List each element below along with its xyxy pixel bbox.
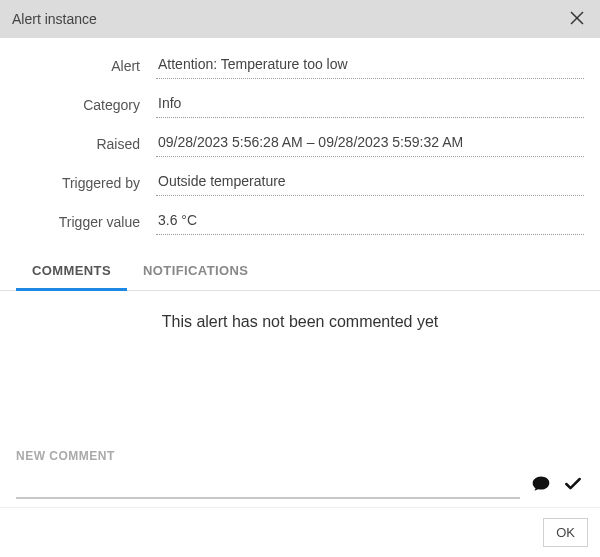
alert-instance-dialog: Alert instance Alert Attention: Temperat… — [0, 0, 600, 557]
check-icon[interactable] — [562, 474, 584, 494]
field-triggered-by-label: Triggered by — [16, 175, 156, 191]
field-alert-value: Attention: Temperature too low — [156, 52, 584, 79]
new-comment-section: NEW COMMENT — [0, 449, 600, 507]
close-icon[interactable] — [566, 6, 588, 32]
dialog-footer: OK — [0, 507, 600, 557]
field-trigger-value-label: Trigger value — [16, 214, 156, 230]
field-raised: Raised 09/28/2023 5:56:28 AM – 09/28/202… — [16, 130, 584, 157]
field-category-label: Category — [16, 97, 156, 113]
comments-panel: This alert has not been commented yet — [0, 291, 600, 449]
dialog-title: Alert instance — [12, 11, 97, 27]
field-category: Category Info — [16, 91, 584, 118]
new-comment-input[interactable] — [16, 469, 520, 499]
ok-button[interactable]: OK — [543, 518, 588, 547]
field-raised-value: 09/28/2023 5:56:28 AM – 09/28/2023 5:59:… — [156, 130, 584, 157]
field-triggered-by-value: Outside temperature — [156, 169, 584, 196]
tabs: COMMENTS NOTIFICATIONS — [0, 253, 600, 291]
field-triggered-by: Triggered by Outside temperature — [16, 169, 584, 196]
field-alert-label: Alert — [16, 58, 156, 74]
details-section: Alert Attention: Temperature too low Cat… — [0, 38, 600, 253]
field-category-value: Info — [156, 91, 584, 118]
field-raised-label: Raised — [16, 136, 156, 152]
field-alert: Alert Attention: Temperature too low — [16, 52, 584, 79]
titlebar: Alert instance — [0, 0, 600, 38]
field-trigger-value-value: 3.6 °C — [156, 208, 584, 235]
field-trigger-value: Trigger value 3.6 °C — [16, 208, 584, 235]
tab-comments[interactable]: COMMENTS — [16, 253, 127, 291]
tab-notifications[interactable]: NOTIFICATIONS — [127, 253, 264, 291]
comment-icon[interactable] — [530, 474, 552, 494]
comments-empty-message: This alert has not been commented yet — [16, 313, 584, 331]
new-comment-label: NEW COMMENT — [16, 449, 584, 463]
